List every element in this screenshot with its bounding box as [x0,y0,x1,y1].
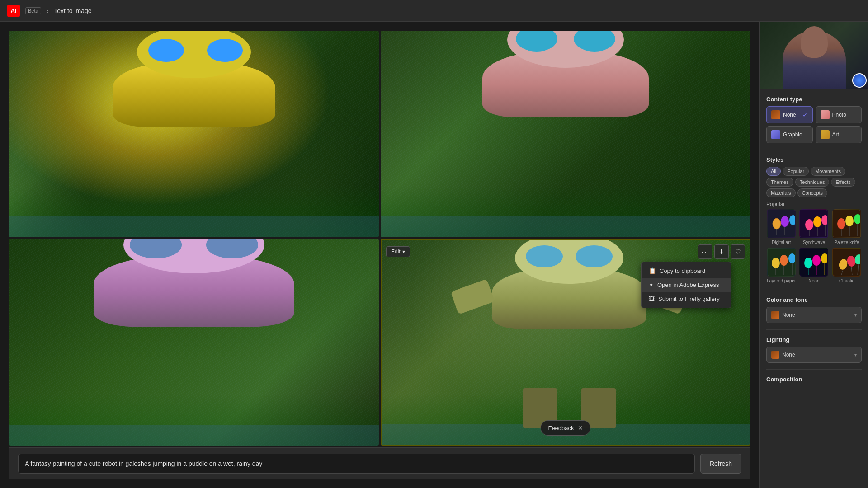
svg-point-20 [854,214,861,224]
filter-themes[interactable]: Themes [766,178,793,187]
color-tone-value: None [782,312,795,318]
chevron-down-icon: ▾ [854,313,857,318]
filter-all[interactable]: All [766,167,781,176]
layered-paper-label: Layered paper [767,278,796,283]
image-4-controls: Edit ▾ ⋯ ⬇ ♡ [386,244,745,259]
download-btn-1[interactable]: ⬇ [344,35,358,50]
favorite-btn-2[interactable]: ♡ [731,35,746,50]
user-avatar [852,73,867,88]
image-cell-1[interactable]: ⬇ ♡ [9,31,379,237]
content-type-title: Content type [766,96,862,103]
favorite-btn-4[interactable]: ♡ [731,244,745,259]
chaotic-label: Chaotic [839,278,854,283]
color-tone-dropdown[interactable]: None ▾ [766,307,862,323]
svg-point-16 [837,218,845,229]
chevron-down-icon: ▾ [402,249,405,255]
style-layered-paper[interactable]: Layered paper [766,248,796,283]
content-type-grid: None ✓ Photo Graphic Art [766,106,862,143]
beta-badge: Beta [25,7,41,14]
svg-point-4 [781,216,789,227]
right-panel: Content type None ✓ Photo Graphic [760,22,868,488]
image-cell-2[interactable]: ⬇ ♡ [381,31,750,237]
robot-yellow-figure [113,62,275,206]
prompt-bar: Refresh [9,447,750,479]
neon-thumb [799,248,828,277]
image-cell-4[interactable]: Edit ▾ ⋯ ⬇ ♡ 📋 Copy to clipboard [381,239,750,446]
express-icon: ✦ [649,282,654,288]
style-filters: All Popular Movements Themes Techniques … [766,167,862,197]
scene-water [9,216,379,237]
more-options-btn[interactable]: ⋯ [698,244,712,259]
art-icon [821,130,830,139]
main-layout: ⬇ ♡ [0,22,868,488]
refresh-button[interactable]: Refresh [700,454,741,474]
download-btn-4[interactable]: ⬇ [714,244,729,259]
feedback-label: Feedback [548,425,574,432]
feedback-close-btn[interactable]: ✕ [578,424,583,432]
svg-point-9 [805,219,813,230]
style-thumbnails-grid: Digital art [766,209,862,283]
robot-pink-figure [473,52,658,217]
chaotic-thumb [832,248,861,277]
context-menu: 📋 Copy to clipboard ✦ Open in Adobe Expr… [641,262,731,308]
style-neon[interactable]: Neon [799,248,829,283]
lighting-dropdown[interactable]: None ▾ [766,347,862,363]
page-title: Text to image [54,7,91,14]
neon-label: Neon [809,278,820,283]
image-grid: ⬇ ♡ [9,31,750,446]
content-type-section: Content type None ✓ Photo Graphic [766,96,862,143]
popular-label: Popular [766,201,862,207]
image-area: ⬇ ♡ [0,22,760,488]
svg-point-34 [821,253,828,263]
filter-materials[interactable]: Materials [766,188,796,197]
favorite-btn-3[interactable]: ♡ [360,244,374,258]
filter-popular[interactable]: Popular [783,167,809,176]
filter-movements[interactable]: Movements [811,167,845,176]
scene-water-2 [381,216,750,237]
lighting-title: Lighting [766,336,862,343]
content-type-graphic[interactable]: Graphic [766,126,813,143]
context-gallery[interactable]: 🖼 Submit to Firefly gallery [642,292,731,306]
content-type-art[interactable]: Art [816,126,862,143]
image-cell-3[interactable]: ⬇ ♡ [9,239,379,446]
style-digital-art[interactable]: Digital art [766,209,796,245]
svg-point-23 [772,258,780,268]
download-btn-2[interactable]: ⬇ [715,35,730,50]
svg-point-18 [845,216,854,226]
favorite-btn-1[interactable]: ♡ [360,35,374,50]
adobe-logo: Ai [7,5,20,17]
context-copy[interactable]: 📋 Copy to clipboard [642,264,731,278]
style-palette-knife[interactable]: Palette knife [832,209,862,245]
photo-icon [821,110,830,119]
divider-4 [766,369,862,370]
robot-purple-figure [75,256,312,425]
divider-2 [766,290,862,290]
context-express[interactable]: ✦ Open in Adobe Express [642,278,731,292]
content-type-none[interactable]: None ✓ [766,106,813,123]
divider-1 [766,150,862,150]
filter-concepts[interactable]: Concepts [797,188,827,197]
svg-point-11 [813,216,821,227]
palette-knife-label: Palette knife [834,240,859,245]
color-tone-section: Color and tone None ▾ [766,296,862,323]
composition-title: Composition [766,376,862,383]
topbar: Ai Beta ‹ Text to image [0,0,868,22]
content-type-photo[interactable]: Photo [816,106,862,123]
lighting-chevron-icon: ▾ [854,352,857,357]
filter-techniques[interactable]: Techniques [795,178,830,187]
download-btn-3[interactable]: ⬇ [344,244,358,258]
lighting-icon [771,351,779,359]
graphic-icon [771,130,780,139]
edit-button[interactable]: Edit ▾ [386,246,410,257]
robot-olive-figure [492,268,646,428]
filter-effects[interactable]: Effects [831,178,855,187]
person-head [801,26,828,58]
back-button[interactable]: ‹ [47,7,49,14]
prompt-input[interactable] [18,454,695,474]
digital-art-label: Digital art [772,240,791,245]
scene-water-3 [9,425,379,446]
style-chaotic[interactable]: Chaotic [832,248,862,283]
svg-point-32 [812,255,821,266]
style-synthwave[interactable]: Synthwave [799,209,829,245]
none-icon [771,110,780,119]
